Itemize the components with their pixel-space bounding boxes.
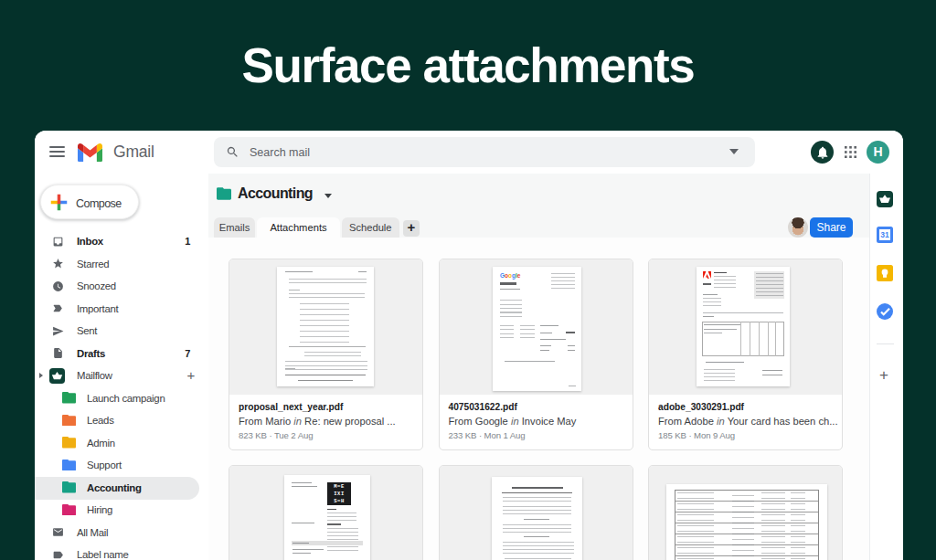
svg-text:31: 31 (880, 230, 889, 239)
